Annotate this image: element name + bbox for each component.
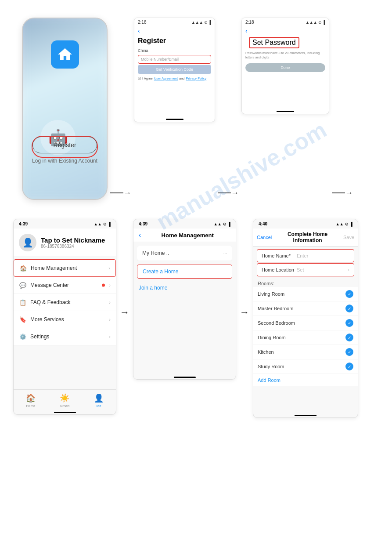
battery-ch: ▐ [350, 222, 352, 226]
register-btn-highlight: Register [32, 136, 98, 158]
menu-item-message-center[interactable]: 💬 Message Center › [14, 277, 116, 294]
register-time: 2:18 [138, 20, 146, 25]
master-bedroom-check: ✓ [345, 305, 353, 312]
login-link[interactable]: Log in with Existing Account [32, 158, 98, 164]
agree-and: and [179, 76, 185, 80]
wifi-ch: ⊙ [345, 222, 349, 226]
home-mgmt-screen: 4:39 ▲▲ ⊙ ▐ ‹ Home Management My Home ..… [133, 219, 236, 380]
home-icon-svg [57, 46, 73, 63]
home-mgmt-icons: ▲▲ ⊙ ▐ [214, 222, 230, 226]
room-living-room: Living Room ✓ [253, 287, 358, 301]
settings-icon: ⚙️ [19, 333, 27, 341]
study-room-check: ✓ [345, 363, 353, 370]
phone-mockup-container: 🤖 Register Log in with Existing Account [22, 18, 108, 200]
phone-mockup: 🤖 Register Log in with Existing Account [22, 18, 108, 200]
menu-item-home-management[interactable]: 🏠 Home Management › [14, 259, 116, 277]
create-home-btn[interactable]: Create a Home [137, 265, 232, 279]
nav-me-icon: 👤 [94, 393, 104, 403]
profile-nickname: Tap to Set Nickname [41, 236, 105, 244]
more-services-label: More Services [30, 316, 109, 323]
profile-info: Tap to Set Nickname 86-18576386324 [41, 236, 105, 249]
nav-smart[interactable]: ☀️ Smart [60, 393, 69, 408]
home-mgmt-status: 4:39 ▲▲ ⊙ ▐ [133, 219, 236, 229]
nav-home-label: Home [26, 404, 35, 408]
register-button[interactable]: Register [32, 137, 97, 153]
menu-item-more-services[interactable]: 🔖 More Services › [14, 311, 116, 328]
avatar: 👤 [19, 234, 36, 251]
wifi-me: ⊙ [103, 222, 107, 226]
complete-spacer [253, 386, 358, 413]
add-room-btn[interactable]: Add Room [253, 374, 358, 386]
home-mgmt-back[interactable]: ‹ [139, 231, 141, 239]
me-status-bar: 4:39 ▲▲ ⊙ ▐ [14, 219, 116, 229]
kitchen-check: ✓ [345, 348, 353, 356]
my-home-label: My Home .. [142, 250, 169, 256]
register-phone-input[interactable]: Mobile Number/Email [138, 55, 211, 64]
home-name-row[interactable]: Home Name* Enter [257, 249, 354, 262]
home-mgmt-spacer [133, 295, 236, 374]
battery-icon: ▐ [209, 20, 211, 25]
nav-home[interactable]: 🏠 Home [26, 393, 36, 408]
second-bedroom-check: ✓ [345, 319, 353, 327]
my-home-dots: ··· [223, 251, 227, 256]
bottom-arrow-1: → [116, 307, 133, 318]
home-mgmt-screen-container: 4:39 ▲▲ ⊙ ▐ ‹ Home Management My Home ..… [133, 219, 236, 380]
dining-room-label: Dining Room [258, 335, 345, 340]
home-location-row[interactable]: Home Location Set › [257, 263, 354, 276]
menu-item-settings[interactable]: ⚙️ Settings › [14, 328, 116, 345]
faq-icon: 📋 [19, 298, 27, 306]
settings-label: Settings [30, 334, 109, 340]
home-location-label: Home Location [262, 267, 297, 272]
bottom-arrow-2: → [236, 307, 253, 318]
room-second-bedroom: Second Bedroom ✓ [253, 316, 358, 330]
second-bedroom-label: Second Bedroom [258, 320, 345, 326]
password-status-bar: 2:18 ▲▲▲ ⊙ ▐ [242, 18, 329, 26]
home-name-input[interactable]: Enter [297, 253, 349, 258]
row1-registration: 🤖 Register Log in with Existing Account … [0, 0, 392, 214]
menu-item-faq[interactable]: 📋 FAQ & Feedback › [14, 294, 116, 311]
wifi-icon2: ⊙ [318, 20, 322, 25]
home-mgmt-title: Home Management [144, 232, 230, 239]
room-dining-room: Dining Room ✓ [253, 330, 358, 345]
me-time: 4:39 [19, 221, 28, 226]
complete-time: 4:40 [259, 221, 267, 226]
home-location-input[interactable]: Set [297, 267, 348, 272]
password-status-icons: ▲▲▲ ⊙ ▐ [306, 20, 325, 25]
profile-section[interactable]: 👤 Tap to Set Nickname 86-18576386324 [14, 229, 116, 256]
nav-smart-label: Smart [60, 404, 69, 408]
done-button[interactable]: Done [245, 63, 325, 72]
connector-line-3 [332, 192, 345, 193]
register-send-code-btn[interactable]: Get Verification Code [138, 65, 211, 74]
home-management-icon: 🏠 [19, 264, 27, 272]
save-button[interactable]: Save [343, 235, 354, 240]
register-screen-container: 2:18 ▲▲▲ ⊙ ▐ ‹ Register China Mobile Num… [134, 18, 215, 122]
complete-home-title: Complete Home Information [273, 231, 342, 243]
register-back[interactable]: ‹ [134, 26, 215, 35]
wifi-icon: ⊙ [204, 20, 208, 25]
nav-me[interactable]: 👤 Me [94, 393, 104, 408]
room-study-room: Study Room ✓ [253, 359, 358, 374]
user-agreement-link[interactable]: User Agreement [154, 76, 178, 80]
arrow-2: → [231, 189, 239, 197]
signal-icon2: ▲▲▲ [306, 20, 317, 25]
register-status-icons: ▲▲▲ ⊙ ▐ [191, 20, 211, 25]
arrow-3: → [345, 189, 353, 197]
join-home-btn[interactable]: Join a home [133, 280, 236, 295]
message-badge [102, 284, 105, 287]
register-screen: 2:18 ▲▲▲ ⊙ ▐ ‹ Register China Mobile Num… [134, 18, 215, 122]
agree-checkbox[interactable]: ☑ [138, 76, 141, 80]
battery-icon2: ▐ [323, 20, 325, 25]
privacy-policy-link[interactable]: Privacy Policy [186, 76, 207, 80]
battery-me: ▐ [108, 222, 111, 226]
signal-icon: ▲▲▲ [191, 20, 203, 25]
nav-home-icon: 🏠 [26, 393, 36, 403]
bottom-nav: 🏠 Home ☀️ Smart 👤 Me [14, 389, 116, 410]
profile-phone: 86-18576386324 [41, 244, 105, 249]
my-home-item[interactable]: My Home .. ··· [137, 246, 232, 261]
me-screen: 4:39 ▲▲ ⊙ ▐ 👤 Tap to Set Nickname 86-185… [13, 219, 116, 415]
arrow-1: → [123, 189, 131, 197]
me-status-icons: ▲▲ ⊙ ▐ [94, 222, 111, 226]
complete-home-screen: 4:40 ▲▲ ⊙ ▐ Cancel Complete Home Informa… [253, 219, 358, 418]
cancel-button[interactable]: Cancel [257, 235, 272, 240]
password-back[interactable]: ‹ [242, 26, 329, 35]
